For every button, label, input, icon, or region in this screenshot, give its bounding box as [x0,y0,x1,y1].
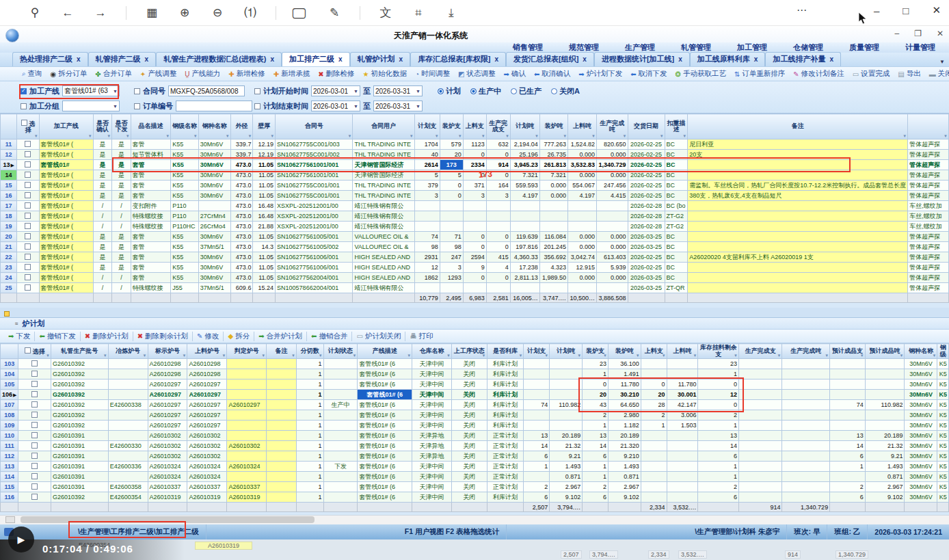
cell[interactable]: 473.0 [230,160,253,170]
cell[interactable]: 30Mn6V [198,232,230,242]
cell[interactable]: 2026-02-25 [628,181,665,191]
column-header-外径[interactable]: 外径▼ [230,114,253,139]
cell[interactable]: 1 [296,462,323,472]
cell[interactable]: 利库计划 [487,359,524,369]
row-checkbox[interactable] [25,233,31,239]
cell[interactable] [267,462,297,472]
cell[interactable]: A26010337 [227,482,267,492]
cell[interactable]: 380支，热轧废6支,4支在制品短尺 [688,191,908,201]
cell[interactable]: K55 [171,273,199,283]
cell[interactable] [688,283,908,293]
cell[interactable]: K5 [937,410,949,421]
cell[interactable]: 变扣附件 [131,201,171,211]
cell[interactable]: 3,945.23 [510,160,539,170]
cell[interactable] [865,379,905,390]
cell[interactable]: BC [665,242,688,252]
cell[interactable]: G26010392 [51,410,109,421]
tab-发货汇总报表[组织][interactable]: 发货汇总报表[组织]x [506,52,594,66]
table-row[interactable]: 20套管线01# (是是套管K5530Mn6V473.011.05SN10627… [1,232,949,242]
column-header-轧管生产批号[interactable]: 轧管生产批号▼ [51,344,109,359]
cell[interactable] [550,421,583,431]
cell[interactable]: 套管 [131,273,171,283]
cell[interactable]: A26010297 [227,400,267,410]
cell[interactable] [108,451,148,462]
cell[interactable]: 是 [93,232,111,242]
cell[interactable] [463,283,486,293]
filter-icon[interactable]: ▼ [734,354,738,358]
row-checkbox[interactable] [25,274,31,280]
cell[interactable]: 26.735 [539,150,567,160]
cell[interactable]: 11.780 [667,379,698,390]
cell[interactable]: 30Mn6V [905,359,937,369]
cell[interactable] [524,369,550,379]
table-row[interactable]: 103G26010392A26010298A260102981套管线01# (6… [1,359,949,369]
cell[interactable]: 30Mn6V [905,492,937,503]
filter-icon[interactable]: ▼ [777,354,781,358]
炉计划关闭-button[interactable]: ▭炉计划关闭 [353,332,403,341]
cell[interactable]: A26010297 [187,421,227,431]
column-header-钢种名称[interactable]: 钢种名称▼ [905,344,937,359]
row-checkbox[interactable] [31,371,38,377]
cell[interactable]: K5 [937,492,949,503]
cell[interactable]: / [93,283,111,293]
cell[interactable]: 2026-02-28 [628,222,665,232]
cell[interactable]: 0.000 [596,242,628,252]
cell[interactable] [830,472,866,482]
filter-icon[interactable]: ▼ [544,354,548,358]
filter-icon[interactable]: ▼ [860,354,864,358]
cell[interactable]: 是 [112,170,131,181]
filter-icon[interactable]: ▼ [88,134,92,138]
column-header-是否利库[interactable]: 是否利库▼ [487,344,524,359]
cell[interactable]: K5 [937,379,949,390]
cell[interactable] [667,451,698,462]
cell[interactable]: 12.19 [253,139,276,150]
cell[interactable]: 473.0 [230,273,253,283]
cell[interactable]: 12.19 [253,150,276,160]
cell[interactable]: 0 [486,150,510,160]
cell[interactable]: 靖江特殊钢有限公 [353,201,414,211]
cell[interactable] [550,369,583,379]
ocr-icon[interactable]: ⌗ [411,6,426,20]
tab-close-icon[interactable]: x [829,55,833,63]
cell[interactable]: 20 [583,390,609,400]
cell[interactable]: 11.05 [253,181,276,191]
cell[interactable]: ZT-QR [665,283,688,293]
cell[interactable]: 473.0 [230,222,253,232]
cell[interactable]: 2.980 [608,410,641,421]
cell[interactable]: 套管线01# (6 [358,390,412,400]
cell[interactable] [782,441,830,451]
row-checkbox[interactable] [25,161,31,168]
cell[interactable]: 利库计划 [487,410,524,421]
cell[interactable]: 2 [830,482,866,492]
cell[interactable]: G26010391 [51,482,109,492]
cell[interactable]: 25.196 [510,150,539,160]
tab-进程数据统计[加工线][interactable]: 进程数据统计[加工线]x [594,52,690,66]
column-header-钢级[interactable]: 钢级▼ [937,344,949,359]
cell[interactable]: 2614 [414,160,440,170]
取消下发-button[interactable]: ⬅取消下发 [628,69,669,79]
cell[interactable]: 1.493 [550,462,583,472]
cell[interactable]: 2026-03-25 [628,242,665,252]
column-header-判定炉号[interactable]: 判定炉号▼ [227,344,267,359]
cell[interactable]: 1 [583,462,609,472]
cell[interactable] [688,170,908,181]
row-checkbox[interactable] [31,483,38,490]
cell[interactable]: 是 [112,181,131,191]
cell[interactable]: 管体超声探 [908,160,949,170]
cell[interactable]: E42600338 [108,400,148,410]
end-date-checkbox[interactable] [254,103,260,109]
column-header-产线描述[interactable]: 产线描述▼ [358,344,412,359]
column-header-装炉支[interactable]: 装炉支▼ [583,344,609,359]
cell[interactable]: 6 [524,451,550,462]
删除炉计划-button[interactable]: ✖删除炉计划 [82,332,131,341]
tab-加工排产二级[interactable]: 加工排产二级x [282,52,350,66]
row-checkbox[interactable] [25,172,31,178]
tab-close-icon[interactable]: x [338,55,343,63]
cell[interactable]: 554.067 [568,181,597,191]
cell[interactable]: K55 [171,263,199,273]
cell[interactable]: XSXPL-202512001/00 [276,222,353,232]
cell[interactable]: 车丝,螺纹加 [908,211,949,222]
cell[interactable]: / [93,273,111,283]
scrollbar-thumb[interactable] [21,516,315,523]
cell[interactable]: 套管线01# ( [39,211,93,222]
